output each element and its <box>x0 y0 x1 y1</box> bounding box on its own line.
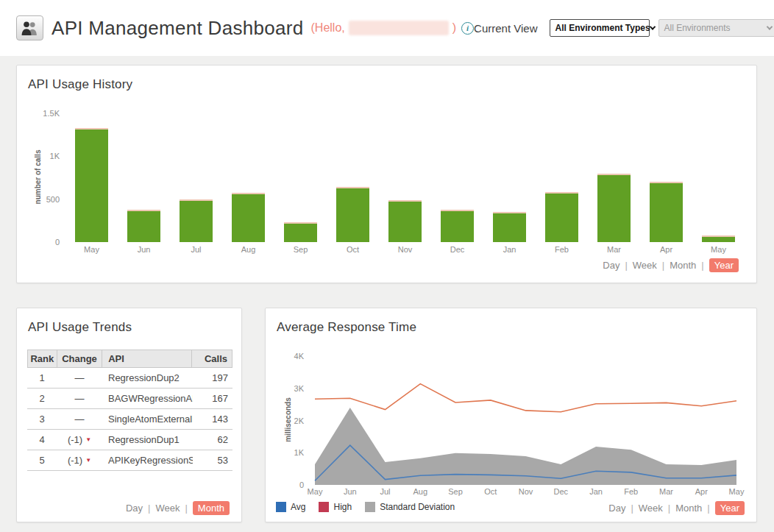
response-time-title: Average Response Time <box>277 320 416 335</box>
separator: | <box>707 503 709 514</box>
time-range-year[interactable]: Year <box>715 501 745 515</box>
y-tick-label: 1K <box>294 448 304 457</box>
bar-column: Dec <box>431 113 483 242</box>
separator: | <box>631 503 633 514</box>
separator: | <box>662 260 664 271</box>
time-range-month[interactable]: Month <box>193 501 230 515</box>
table-header-row: Rank Change API Calls <box>27 350 232 368</box>
x-tick-label: Aug <box>222 245 274 254</box>
y-tick-label: 4K <box>294 352 304 361</box>
usage-bar <box>232 193 265 242</box>
x-tick-label: Oct <box>476 487 505 496</box>
separator: | <box>625 260 627 271</box>
calls-cell: 62 <box>193 434 232 445</box>
legend-item-standard-deviation: Standard Deviation <box>365 502 455 512</box>
change-cell: — <box>57 372 102 383</box>
bar-column: Apr <box>640 113 692 242</box>
legend-label: Standard Deviation <box>380 502 455 512</box>
x-tick-label: Sep <box>441 487 470 496</box>
greeting-suffix: ) <box>452 21 456 35</box>
table-row: 3—SingleAtomExternalF143 <box>27 409 232 430</box>
environment-type-select[interactable]: All Environment Types <box>550 19 650 37</box>
bar-column: Jun <box>118 113 170 242</box>
time-range-week[interactable]: Week <box>155 503 180 514</box>
calls-cell: 167 <box>193 393 232 404</box>
response-time-xlabels: MayJunJulAugSepOctNovDecJanFebMarAprMay <box>310 487 744 497</box>
x-tick-label: Feb <box>617 487 646 496</box>
legend-swatch <box>276 502 286 512</box>
usage-bar <box>545 192 578 242</box>
environment-select: All Environments <box>658 19 774 37</box>
legend-label: High <box>333 502 352 512</box>
app-header: API Management Dashboard (Hello, ) i Cur… <box>0 0 774 56</box>
x-tick-label: Dec <box>546 487 575 496</box>
time-range-year[interactable]: Year <box>709 258 739 272</box>
usage-bar <box>597 174 631 242</box>
x-tick-label: Mar <box>588 245 640 254</box>
trend-down-icon: ▼ <box>85 457 91 464</box>
x-tick-label: Jul <box>371 487 400 496</box>
y-tick-label: 1.5K <box>43 109 60 118</box>
separator: | <box>185 503 187 514</box>
x-tick-label: Mar <box>652 487 681 496</box>
change-value: (-1) <box>68 455 82 466</box>
change-value: — <box>75 393 85 404</box>
column-header-change: Change <box>57 350 103 367</box>
usage-bar <box>650 182 683 242</box>
rank-cell: 3 <box>27 414 57 425</box>
y-tick-label: 2K <box>294 416 304 425</box>
environment-value: All Environments <box>664 23 731 33</box>
change-value: (-1) <box>68 434 82 445</box>
usage-bar <box>702 235 735 242</box>
api-name-cell: SingleAtomExternalF <box>102 414 193 425</box>
column-header-api: API <box>102 350 192 367</box>
bar-column: Mar <box>588 113 640 242</box>
usage-bar <box>180 199 213 242</box>
usage-history-yticks: 05001K1.5K <box>17 113 60 242</box>
time-range-month[interactable]: Month <box>675 503 702 514</box>
api-usage-history-panel: API Usage History number of calls 05001K… <box>16 65 757 283</box>
rank-cell: 5 <box>27 455 57 466</box>
x-tick-label: Apr <box>640 245 692 254</box>
x-tick-label: Sep <box>274 245 327 254</box>
usage-trends-table: Rank Change API Calls 1—RegressionDup219… <box>27 350 232 471</box>
current-view-label: Current View <box>474 22 537 35</box>
api-name-cell: RegressionDup2 <box>102 372 193 383</box>
usage-trends-time-controls: Day|Week|Month <box>126 501 230 515</box>
greeting-prefix: (Hello, <box>311 21 345 35</box>
x-tick-label: Jun <box>335 487 365 496</box>
bar-column: Sep <box>274 113 327 242</box>
time-range-day[interactable]: Day <box>603 260 619 271</box>
time-range-week[interactable]: Week <box>633 260 657 271</box>
calls-cell: 53 <box>193 455 232 466</box>
average-response-time-panel: Average Response Time milliseconds 01K2K… <box>265 308 757 522</box>
table-body: 1—RegressionDup21972—BAGWRegressionAPI16… <box>27 368 232 471</box>
time-range-week[interactable]: Week <box>639 503 663 514</box>
x-tick-label: Nov <box>379 245 431 254</box>
x-tick-label: May <box>722 487 751 496</box>
bar-column: Oct <box>327 113 379 242</box>
bar-column: Nov <box>379 113 431 242</box>
legend-item-high: High <box>319 502 352 512</box>
usage-bar <box>336 187 369 242</box>
x-tick-label: Dec <box>431 245 483 254</box>
time-range-month[interactable]: Month <box>670 260 696 271</box>
x-tick-label: May <box>65 245 118 254</box>
table-row: 2—BAGWRegressionAPI167 <box>27 389 232 409</box>
info-icon[interactable]: i <box>461 22 474 35</box>
legend-swatch <box>319 502 329 512</box>
time-range-day[interactable]: Day <box>126 503 143 514</box>
rank-cell: 4 <box>27 434 57 445</box>
time-range-day[interactable]: Day <box>608 503 625 514</box>
response-time-chart <box>310 354 744 488</box>
bar-column: Feb <box>536 113 588 242</box>
usage-history-title: API Usage History <box>28 77 132 92</box>
api-name-cell: APIKeyRegressionSe <box>102 455 193 466</box>
x-tick-label: May <box>300 487 330 496</box>
api-usage-trends-panel: API Usage Trends Rank Change API Calls 1… <box>16 308 242 522</box>
y-tick-label: 500 <box>46 195 60 204</box>
bar-column: Jan <box>483 113 536 242</box>
chevron-down-icon <box>766 24 772 29</box>
greeting: (Hello, ) <box>311 21 457 35</box>
bar-column: May <box>692 113 745 242</box>
